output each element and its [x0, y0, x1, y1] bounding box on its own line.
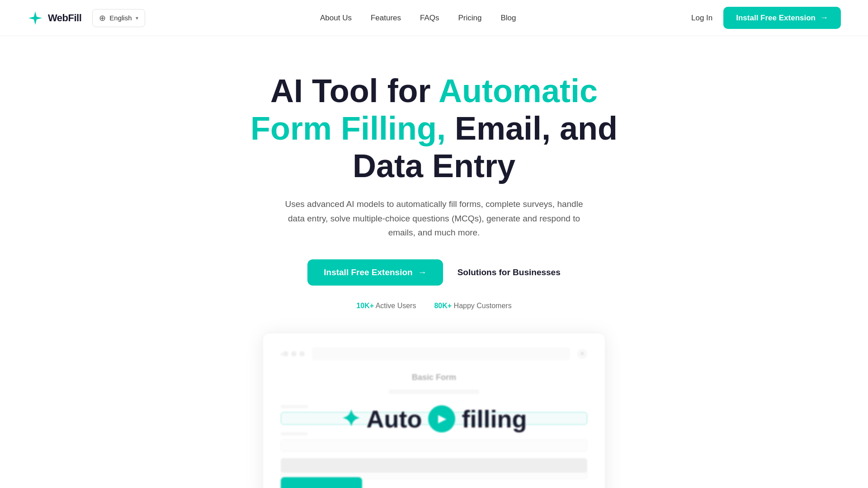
- main-nav: About Us Features FAQs Pricing Blog: [320, 14, 516, 23]
- demo-bottom-input: [281, 458, 587, 473]
- demo-bottom-bar: [281, 458, 587, 488]
- hero-title-part1: AI Tool for: [270, 73, 439, 109]
- language-label: English: [109, 14, 132, 22]
- install-extension-button-hero[interactable]: Install Free Extension →: [307, 259, 443, 286]
- autofill-label: ✦ Auto ▶ filling: [341, 405, 527, 433]
- login-button[interactable]: Log In: [691, 14, 712, 23]
- nav-pricing[interactable]: Pricing: [458, 14, 482, 23]
- active-users-stat: 10K+ Active Users: [356, 302, 416, 310]
- nav-features[interactable]: Features: [371, 14, 401, 23]
- happy-customers-count: 80K+: [434, 302, 452, 310]
- language-selector[interactable]: ⊕ English ▾: [92, 9, 145, 27]
- install-btn-hero-arrow: →: [418, 267, 427, 277]
- navbar-left: WebFill ⊕ English ▾: [27, 9, 145, 27]
- play-button[interactable]: ▶: [428, 405, 455, 432]
- solutions-for-businesses-link[interactable]: Solutions for Businesses: [458, 267, 561, 277]
- autofill-prefix: Auto: [367, 405, 422, 433]
- install-btn-nav-label: Install Free Extension: [736, 14, 816, 23]
- arrow-right-icon: →: [820, 13, 828, 23]
- hero-cta-group: Install Free Extension → Solutions for B…: [307, 259, 560, 286]
- navbar: WebFill ⊕ English ▾ About Us Features FA…: [0, 0, 868, 36]
- translate-icon: ⊕: [99, 13, 106, 23]
- active-users-count: 10K+: [356, 302, 374, 310]
- logo[interactable]: WebFill: [27, 10, 81, 26]
- hero-stats: 10K+ Active Users 80K+ Happy Customers: [356, 302, 511, 310]
- demo-bottom-button: [281, 477, 362, 488]
- nav-blog[interactable]: Blog: [501, 14, 516, 23]
- autofill-suffix: filling: [462, 405, 527, 433]
- install-btn-hero-label: Install Free Extension: [324, 267, 412, 277]
- nav-about-us[interactable]: About Us: [320, 14, 352, 23]
- spark-icon: ✦: [341, 406, 360, 432]
- happy-customers-label: Happy Customers: [454, 302, 512, 310]
- hero-title: AI Tool for Automatic Form Filling, Emai…: [231, 72, 637, 184]
- logo-text: WebFill: [48, 12, 81, 24]
- nav-faqs[interactable]: FAQs: [420, 14, 439, 23]
- chevron-down-icon: ▾: [136, 15, 138, 21]
- logo-icon: [27, 10, 43, 26]
- hero-section: AI Tool for Automatic Form Filling, Emai…: [0, 36, 868, 488]
- active-users-label: Active Users: [376, 302, 416, 310]
- install-extension-button-nav[interactable]: Install Free Extension →: [723, 7, 841, 29]
- hero-subtitle: Uses advanced AI models to automatically…: [280, 197, 588, 239]
- happy-customers-stat: 80K+ Happy Customers: [434, 302, 511, 310]
- demo-container: ‹ ✕ Basic Form ✦ Auto: [262, 333, 606, 488]
- play-icon: ▶: [438, 413, 446, 425]
- navbar-right: Log In Install Free Extension →: [691, 7, 841, 29]
